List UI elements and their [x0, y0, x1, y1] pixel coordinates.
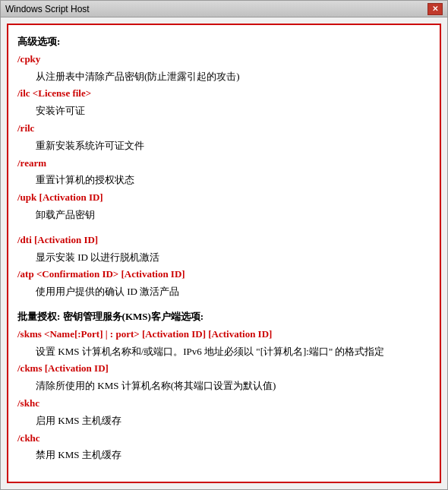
command-ckhc-text: /ckhc: [17, 432, 40, 444]
command-ckms-text: /ckms [Activation ID]: [17, 362, 109, 374]
window: Windows Script Host ✕ 高级选项: /cpky 从注册表中清…: [0, 0, 448, 490]
content-box: 高级选项: /cpky 从注册表中清除产品密钥(防止泄露引起的攻击) /ilc …: [7, 24, 441, 483]
command-rearm: /rearm: [17, 156, 431, 172]
desc-rilc: 重新安装系统许可证文件: [17, 138, 431, 154]
title-bar: Windows Script Host ✕: [1, 1, 447, 17]
command-upk-text: /upk [Activation ID]: [17, 191, 103, 203]
desc-cpky: 从注册表中清除产品密钥(防止泄露引起的攻击): [17, 69, 431, 85]
command-cpky: /cpky: [17, 52, 431, 68]
command-dti-text: /dti [Activation ID]: [17, 234, 98, 245]
command-atp: /atp <Confirmation ID> [Activation ID]: [17, 267, 431, 283]
command-upk: /upk [Activation ID]: [17, 190, 431, 206]
command-ckms: /ckms [Activation ID]: [17, 361, 431, 377]
command-ilc: /ilc <License file>: [17, 86, 431, 102]
command-atp-text: /atp <Confirmation ID> [Activation ID]: [17, 268, 185, 280]
command-skms-text: /skms <Name[:Port] | : port> [Activation…: [17, 328, 272, 340]
close-button[interactable]: ✕: [427, 3, 443, 15]
command-ckhc: /ckhc: [17, 431, 431, 447]
desc-upk: 卸载产品密钥: [17, 207, 431, 223]
window-title: Windows Script Host: [5, 4, 90, 14]
spacer2: [17, 302, 431, 308]
command-skhc: /skhc: [17, 396, 431, 412]
desc-rearm: 重置计算机的授权状态: [17, 172, 431, 188]
desc-dti: 显示安装 ID 以进行脱机激活: [17, 250, 431, 266]
command-skms: /skms <Name[:Port] | : port> [Activation…: [17, 327, 431, 343]
section1-header: 高级选项:: [17, 34, 431, 50]
desc-skhc: 启用 KMS 主机缓存: [17, 413, 431, 429]
section2-header: 批量授权: 密钥管理服务(KMS)客户端选项:: [17, 309, 431, 325]
spacer1: [17, 225, 431, 231]
command-rearm-text: /rearm: [17, 157, 46, 169]
desc-ilc: 安装许可证: [17, 103, 431, 119]
content-area: 高级选项: /cpky 从注册表中清除产品密钥(防止泄露引起的攻击) /ilc …: [1, 17, 447, 489]
desc-atp: 使用用户提供的确认 ID 激活产品: [17, 284, 431, 300]
desc-ckhc: 禁用 KMS 主机缓存: [17, 447, 431, 463]
desc-skms: 设置 KMS 计算机名称和/或端口。IPv6 地址必须以 "[计算机名]:端口"…: [17, 344, 431, 360]
command-skhc-text: /skhc: [17, 397, 39, 409]
desc-ckms: 清除所使用的 KMS 计算机名称(将其端口设置为默认值): [17, 378, 431, 394]
command-cpky-text: /cpky: [17, 53, 40, 65]
command-rilc: /rilc: [17, 121, 431, 137]
command-rilc-text: /rilc: [17, 122, 34, 134]
command-ilc-text: /ilc <License file>: [17, 87, 91, 99]
command-dti: /dti [Activation ID]: [17, 232, 431, 248]
